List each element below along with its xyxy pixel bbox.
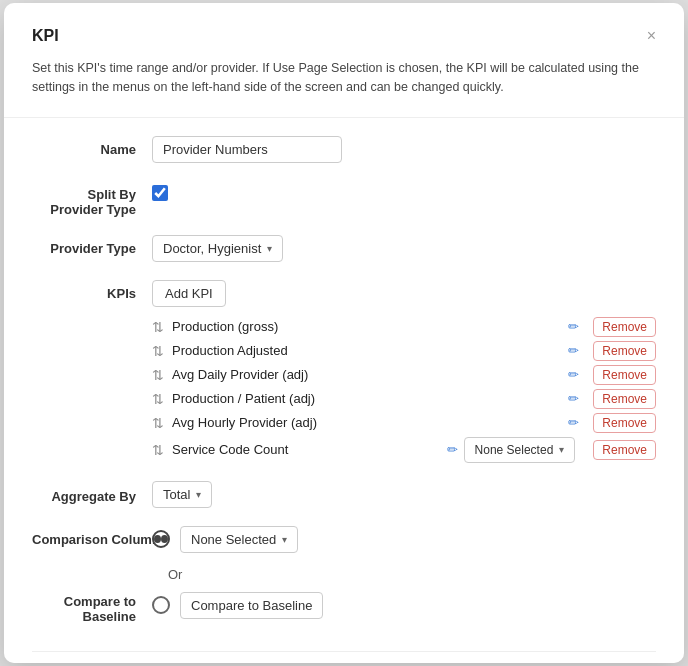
split-label: Split By Provider Type [32, 181, 152, 217]
edit-icon[interactable]: ✏ [447, 442, 458, 457]
drag-icon[interactable]: ⇅ [152, 367, 166, 383]
remove-button[interactable]: Remove [593, 440, 656, 460]
drag-icon[interactable]: ⇅ [152, 415, 166, 431]
none-selected-option-label: None Selected [191, 532, 276, 547]
kpi-modal: KPI × Set this KPI's time range and/or p… [4, 3, 684, 663]
aggregate-value: Total [163, 487, 190, 502]
divider [4, 117, 684, 118]
kpi-list: ⇅ Production (gross) ✏ Remove ⇅ Producti… [152, 317, 656, 463]
modal-footer: Cancel Save [32, 651, 656, 664]
aggregate-row: Aggregate By Total ▾ [32, 481, 656, 508]
aggregate-label: Aggregate By [32, 481, 152, 504]
compare-baseline-radio-row: Compare to Baseline [152, 592, 656, 619]
radio-dot [154, 535, 161, 543]
compare-baseline-control: Compare to Baseline [152, 592, 656, 627]
close-icon: × [647, 27, 656, 44]
name-label: Name [32, 136, 152, 157]
name-input[interactable] [152, 136, 342, 163]
add-kpi-button[interactable]: Add KPI [152, 280, 226, 307]
aggregate-control: Total ▾ [152, 481, 656, 508]
close-button[interactable]: × [647, 28, 656, 44]
or-separator: Or [168, 567, 656, 582]
edit-icon[interactable]: ✏ [568, 343, 579, 358]
edit-icon[interactable]: ✏ [568, 367, 579, 382]
none-selected-radio-row: None Selected ▾ [152, 526, 656, 553]
list-item: ⇅ Avg Hourly Provider (adj) ✏ Remove [152, 413, 656, 433]
provider-type-label: Provider Type [32, 235, 152, 256]
list-item: ⇅ Production Adjusted ✏ Remove [152, 341, 656, 361]
drag-icon[interactable]: ⇅ [152, 343, 166, 359]
name-control [152, 136, 656, 163]
comparison-columns-label: Comparison Columns [32, 526, 152, 547]
modal-description: Set this KPI's time range and/or provide… [32, 59, 656, 97]
name-row: Name [32, 136, 656, 163]
kpi-name: Avg Hourly Provider (adj) [172, 415, 562, 430]
remove-button[interactable]: Remove [593, 389, 656, 409]
edit-icon[interactable]: ✏ [568, 391, 579, 406]
provider-type-control: Doctor, Hygienist ▾ [152, 235, 656, 262]
drag-icon[interactable]: ⇅ [152, 391, 166, 407]
none-selected-dropdown[interactable]: None Selected ▾ [180, 526, 298, 553]
edit-icon[interactable]: ✏ [568, 319, 579, 334]
service-code-count-dropdown[interactable]: None Selected ▾ [464, 437, 576, 463]
kpi-name: Service Code Count [172, 442, 441, 457]
split-row: Split By Provider Type [32, 181, 656, 217]
chevron-down-icon: ▾ [282, 534, 287, 545]
drag-icon[interactable]: ⇅ [152, 442, 166, 458]
split-control [152, 181, 656, 201]
comparison-section: Comparison Columns None Selected ▾ [32, 526, 656, 561]
modal-header: KPI × [32, 27, 656, 45]
edit-icon[interactable]: ✏ [568, 415, 579, 430]
comparison-control: None Selected ▾ [152, 526, 656, 561]
aggregate-dropdown[interactable]: Total ▾ [152, 481, 212, 508]
kpi-name: Production / Patient (adj) [172, 391, 562, 406]
list-item: ⇅ Production / Patient (adj) ✏ Remove [152, 389, 656, 409]
kpis-label: KPIs [32, 280, 152, 301]
compare-baseline-radio[interactable] [152, 596, 170, 614]
drag-icon[interactable]: ⇅ [152, 319, 166, 335]
kpis-control: Add KPI ⇅ Production (gross) ✏ Remove ⇅ … [152, 280, 656, 463]
compare-baseline-dropdown[interactable]: Compare to Baseline [180, 592, 323, 619]
provider-type-dropdown[interactable]: Doctor, Hygienist ▾ [152, 235, 283, 262]
kpi-name: Avg Daily Provider (adj) [172, 367, 562, 382]
list-item: ⇅ Avg Daily Provider (adj) ✏ Remove [152, 365, 656, 385]
chevron-down-icon: ▾ [267, 243, 272, 254]
kpi-name: Production Adjusted [172, 343, 562, 358]
provider-type-row: Provider Type Doctor, Hygienist ▾ [32, 235, 656, 262]
list-item: ⇅ Service Code Count ✏ None Selected ▾ R… [152, 437, 656, 463]
split-checkbox[interactable] [152, 185, 168, 201]
remove-button[interactable]: Remove [593, 413, 656, 433]
compare-baseline-label: Compare to Baseline [32, 594, 152, 624]
kpi-name: Production (gross) [172, 319, 562, 334]
remove-button[interactable]: Remove [593, 341, 656, 361]
modal-title: KPI [32, 27, 59, 45]
chevron-down-icon: ▾ [196, 489, 201, 500]
chevron-down-icon: ▾ [559, 444, 564, 455]
kpis-section: KPIs Add KPI ⇅ Production (gross) ✏ Remo… [32, 280, 656, 463]
provider-type-value: Doctor, Hygienist [163, 241, 261, 256]
remove-button[interactable]: Remove [593, 317, 656, 337]
compare-baseline-row: Compare to Baseline Compare to Baseline [32, 592, 656, 627]
remove-button[interactable]: Remove [593, 365, 656, 385]
none-selected-radio[interactable] [152, 530, 170, 548]
compare-baseline-button-label: Compare to Baseline [191, 598, 312, 613]
none-selected-label: None Selected [475, 443, 554, 457]
list-item: ⇅ Production (gross) ✏ Remove [152, 317, 656, 337]
